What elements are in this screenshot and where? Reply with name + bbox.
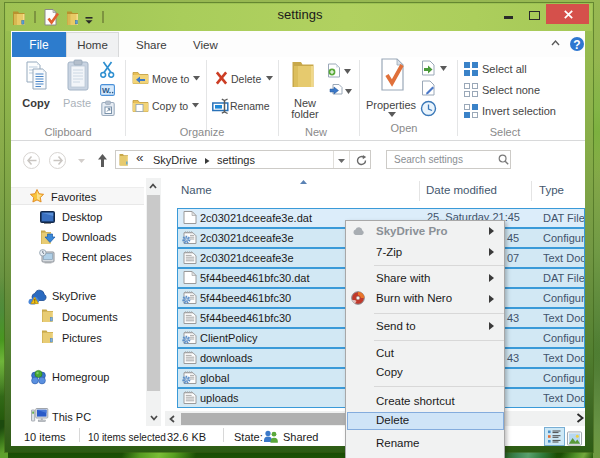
svg-text:W: W — [102, 86, 110, 95]
svg-text:!: ! — [34, 298, 36, 304]
